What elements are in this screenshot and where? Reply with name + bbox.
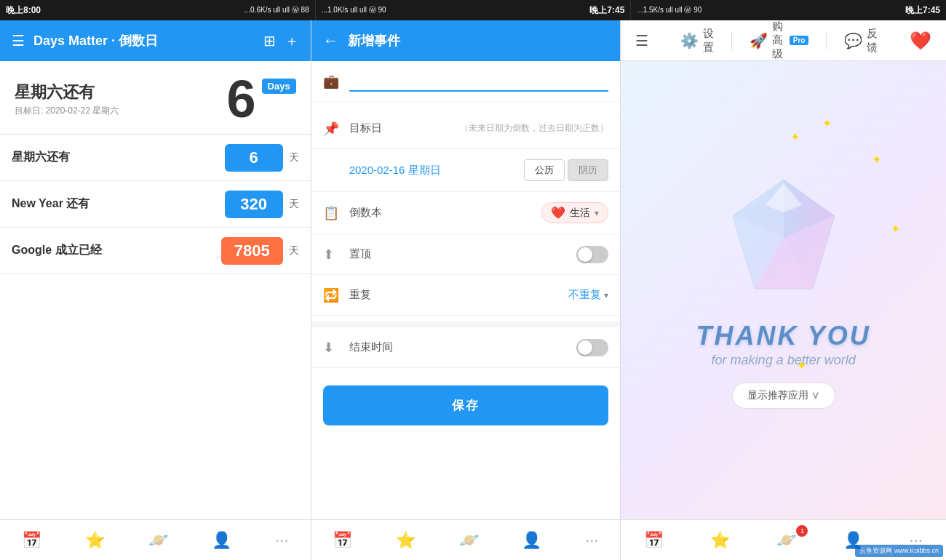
panel-title: 新增事件: [348, 32, 400, 49]
name-input-container: [349, 71, 609, 92]
add-icon[interactable]: ＋: [285, 31, 299, 51]
sparkle-3: ✦: [872, 153, 881, 167]
form-row-target-date: 📌 目标日 （未来日期为倒数，过去日期为正数）: [311, 108, 621, 149]
signals-left: ...0.6K/s ull ull ⓦ 88: [245, 5, 309, 15]
save-button[interactable]: 保存: [323, 385, 609, 425]
repeat-value: 不重复: [568, 288, 601, 302]
event-unit-0: 天: [289, 151, 299, 164]
status-bar-left: 晚上8:00 ...0.6K/s ull ull ⓦ 88: [0, 0, 315, 20]
heart-icon: ❤️: [551, 206, 565, 220]
settings-icon: ⚙️: [680, 32, 699, 49]
endtime-toggle[interactable]: [576, 339, 608, 356]
m-star-icon: ⭐: [396, 531, 416, 550]
left-nav-person[interactable]: 👤: [203, 528, 240, 553]
target-date-hint: （未来日期为倒数，过去日期为正数）: [460, 122, 608, 135]
form-row-date-value[interactable]: 2020-02-16 星期日 公历 阴历: [311, 149, 621, 192]
middle-nav-more[interactable]: ···: [576, 528, 607, 553]
planet-badge: 1: [796, 525, 808, 537]
notebook-value: 生活: [570, 207, 590, 220]
status-bar-middle: ...1.0K/s ull ull ⓦ 90 晚上7:45: [315, 0, 632, 20]
m-calendar-icon: 📅: [333, 531, 352, 550]
grid-icon[interactable]: ⊞: [263, 32, 276, 49]
m-more-icon: ···: [585, 531, 598, 550]
hamburger-icon[interactable]: ☰: [12, 32, 25, 49]
settings-btn[interactable]: ⚙️ 设置: [677, 27, 717, 55]
middle-nav-planet[interactable]: 🪐: [450, 528, 488, 553]
pin-icon: ⬆: [323, 247, 349, 263]
time-right: 晚上7:45: [905, 4, 940, 17]
pin-toggle[interactable]: [576, 246, 608, 263]
r-planet-icon: 🪐: [776, 531, 796, 550]
chat-icon: 💬: [844, 32, 862, 49]
notebook-badge[interactable]: ❤️ 生活 ▾: [541, 202, 608, 223]
form-row-repeat: 🔁 重复 不重复 ▾: [311, 275, 621, 316]
back-icon[interactable]: ←: [323, 31, 339, 50]
feedback-btn[interactable]: 💬 反馈: [841, 27, 881, 55]
status-bars: 晚上8:00 ...0.6K/s ull ull ⓦ 88 ...1.0K/s …: [0, 0, 946, 20]
main-area: ☰ Days Matter · 倒数日 ⊞ ＋ 星期六还有 目标日: 2020-…: [0, 20, 946, 560]
form-section-endtime: ⬇ 结束时间: [311, 327, 621, 368]
more-icon: ···: [275, 531, 288, 550]
days-badge: Days: [262, 79, 296, 94]
lunar-calendar-btn[interactable]: 阴历: [568, 159, 608, 181]
solar-calendar-btn[interactable]: 公历: [524, 159, 565, 181]
app-title: Days Matter · 倒数日: [33, 32, 255, 49]
sparkle-5: ✦: [797, 359, 806, 372]
event-item-2[interactable]: Google 成立已经 7805 天: [0, 228, 311, 274]
middle-nav-person[interactable]: 👤: [513, 528, 550, 553]
event-item-1[interactable]: New Year 还有 320 天: [0, 181, 311, 228]
event-name-1: New Year 还有: [12, 196, 225, 212]
right-nav-star[interactable]: ⭐: [701, 528, 739, 553]
left-panel: ☰ Days Matter · 倒数日 ⊞ ＋ 星期六还有 目标日: 2020-…: [0, 20, 311, 560]
left-bottom-nav: 📅 ⭐ 🪐 👤 ···: [0, 519, 311, 560]
target-date-content: 目标日 （未来日期为倒数，过去日期为正数）: [349, 121, 609, 135]
m-planet-icon: 🪐: [459, 531, 479, 550]
endtime-icon: ⬇: [323, 340, 349, 356]
person-icon: 👤: [212, 531, 231, 550]
header-divider-2: [826, 32, 827, 49]
right-nav-planet[interactable]: 🪐 1: [768, 528, 805, 553]
event-item-0[interactable]: 星期六还有 6 天: [0, 135, 311, 181]
star-icon: ⭐: [85, 531, 105, 550]
diamond-container: [711, 172, 856, 306]
left-nav-planet[interactable]: 🪐: [140, 528, 177, 553]
middle-nav-calendar[interactable]: 📅: [324, 528, 361, 553]
right-content: ✦ ✦ ✦ ✦ ✦: [621, 61, 946, 519]
diamond-svg: [711, 172, 856, 303]
pin-label: 置顶: [349, 247, 371, 261]
r-calendar-icon: 📅: [644, 531, 664, 550]
recommend-btn[interactable]: 显示推荐应用 ∨: [732, 383, 835, 409]
middle-bottom-nav: 📅 ⭐ 🪐 👤 ···: [311, 519, 621, 560]
event-count-1: 320: [225, 191, 283, 218]
right-panel: ☰ ⚙️ 设置 🚀 已购高级版 Pro 💬 反馈 ❤️ ✦: [621, 20, 946, 560]
right-nav-calendar[interactable]: 📅: [635, 528, 672, 553]
rocket-icon: 🚀: [750, 32, 768, 49]
pin-content: 置顶: [349, 246, 609, 263]
hero-title: 星期六还有: [15, 81, 119, 103]
feedback-label: 反馈: [867, 27, 878, 55]
event-name-input[interactable]: [349, 71, 609, 92]
event-name-0: 星期六还有: [12, 150, 225, 165]
favorite-icon[interactable]: ❤️: [910, 31, 931, 51]
right-menu-icon[interactable]: ☰: [635, 32, 648, 49]
left-nav-more[interactable]: ···: [266, 528, 297, 553]
middle-nav-star[interactable]: ⭐: [387, 528, 424, 553]
sparkle-1: ✦: [790, 130, 800, 144]
settings-label: 设置: [703, 27, 714, 55]
repeat-content: 重复 不重复 ▾: [349, 288, 609, 302]
thank-you-title: THANK YOU: [696, 321, 870, 351]
form-row-name: 💼: [311, 61, 621, 103]
calendar-buttons: 公历 阴历: [524, 159, 608, 181]
calendar-icon: 📅: [22, 531, 41, 550]
hero-text: 星期六还有 目标日: 2020-02-22 星期六: [15, 81, 119, 117]
time-left: 晚上8:00: [6, 4, 41, 17]
middle-panel: ← 新增事件 💼 📌 目标日 （未来日: [311, 20, 621, 560]
left-nav-star[interactable]: ⭐: [76, 528, 114, 553]
sparkle-4: ✦: [891, 222, 900, 236]
repeat-value-container[interactable]: 不重复 ▾: [568, 288, 608, 302]
event-unit-2: 天: [289, 244, 299, 257]
event-count-0: 6: [225, 144, 283, 172]
left-nav-calendar[interactable]: 📅: [13, 528, 50, 553]
event-count-2: 7805: [221, 237, 283, 265]
endtime-label: 结束时间: [349, 340, 393, 354]
